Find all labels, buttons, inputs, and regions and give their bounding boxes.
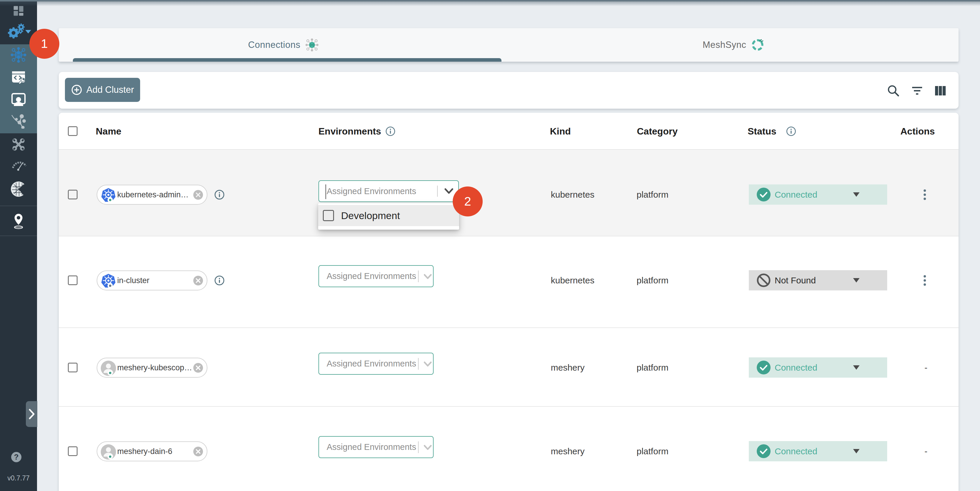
info-icon[interactable] [215, 275, 224, 286]
connection-status-dot [108, 370, 113, 376]
close-icon[interactable] [193, 447, 203, 456]
chevron-down-icon[interactable] [422, 361, 434, 368]
status-chip[interactable]: Connected [749, 358, 887, 378]
sidebar-expand-button[interactable] [26, 401, 37, 427]
connection-status-dot [108, 283, 113, 288]
tab-connections-label: Connections [248, 40, 301, 50]
sidebar: ? v0.7.77 [0, 0, 37, 491]
add-cluster-label: Add Cluster [86, 84, 134, 95]
row-checkbox[interactable] [68, 447, 78, 456]
sidebar-item-performance[interactable] [0, 158, 37, 173]
status-label: Not Found [775, 270, 816, 291]
screen-user-icon [10, 91, 27, 108]
sidebar-divider [0, 205, 37, 206]
environments-select[interactable]: Assigned Environments [318, 265, 434, 287]
row-actions-menu[interactable] [921, 189, 929, 200]
row-checkbox[interactable] [68, 363, 78, 372]
select-all-checkbox[interactable] [68, 126, 78, 136]
table-row: meshery-dain-6 Assigned Environments mes… [59, 407, 959, 491]
column-header-status[interactable]: Status [748, 113, 776, 150]
mesh-nodes-icon [10, 113, 27, 129]
kind-cell: kubernetes [551, 189, 594, 200]
status-info-icon[interactable] [786, 126, 796, 136]
environments-info-icon[interactable] [385, 126, 395, 136]
environments-select[interactable]: Assigned Environments [318, 180, 459, 202]
option-label: Development [341, 205, 400, 226]
connection-chip[interactable]: in-cluster [97, 270, 207, 291]
table-header: Name Environments Kind Category Status A… [59, 113, 959, 150]
status-chip[interactable]: Connected [749, 184, 887, 205]
dropdown-option-development[interactable]: Development [318, 205, 459, 226]
row-checkbox[interactable] [68, 190, 78, 199]
sidebar-item-service-mesh[interactable] [0, 113, 37, 129]
row-actions-none: - [921, 362, 931, 373]
environments-select[interactable]: Assigned Environments [318, 353, 434, 375]
table-row: meshery-kubescop… Assigned Environments … [59, 328, 959, 407]
column-header-name[interactable]: Name [96, 113, 121, 150]
sidebar-item-location[interactable] [0, 212, 37, 230]
row-checkbox[interactable] [68, 275, 78, 285]
gauge-icon [10, 158, 28, 173]
status-chip[interactable]: Not Found [749, 270, 887, 291]
sidebar-item-profiles[interactable] [0, 91, 37, 108]
not-found-icon [757, 273, 770, 287]
table-row: in-cluster Assigned Environments kuberne… [59, 237, 959, 328]
chevron-down-icon [25, 30, 31, 33]
category-cell: platform [636, 275, 668, 286]
status-chip[interactable]: Connected [749, 441, 887, 461]
kind-cell: meshery [551, 445, 585, 457]
close-icon[interactable] [193, 363, 203, 373]
status-caret-icon [853, 278, 859, 283]
sidebar-item-adapters[interactable] [0, 69, 37, 86]
help-button[interactable]: ? [11, 452, 21, 462]
connection-status-dot [108, 454, 113, 459]
environments-placeholder: Assigned Environments [327, 266, 416, 287]
kind-cell: meshery [551, 362, 585, 373]
row-actions-menu[interactable] [921, 275, 929, 286]
option-checkbox[interactable] [323, 210, 334, 221]
gears-icon [6, 23, 31, 40]
connection-name: meshery-kubescop… [117, 358, 191, 377]
row-actions-none: - [921, 445, 931, 457]
environments-select[interactable]: Assigned Environments [318, 436, 434, 458]
check-circle-icon [757, 444, 770, 458]
connection-status-dot [108, 197, 113, 203]
table-row: kubernetes-admin… Assigned Environments … [59, 150, 959, 237]
column-header-kind[interactable]: Kind [550, 113, 571, 150]
select-divider [418, 270, 418, 282]
toolbar: Add Cluster [59, 72, 959, 109]
select-divider [437, 186, 438, 197]
info-icon[interactable] [215, 190, 224, 200]
connection-chip[interactable]: meshery-dain-6 [97, 442, 207, 461]
connection-chip[interactable]: meshery-kubescop… [97, 358, 207, 378]
add-cluster-button[interactable]: Add Cluster [65, 78, 140, 102]
chevron-down-icon[interactable] [442, 188, 455, 195]
column-header-category[interactable]: Category [637, 113, 678, 150]
close-icon[interactable] [193, 276, 203, 286]
chevron-right-icon [28, 408, 35, 419]
connection-chip[interactable]: kubernetes-admin… [97, 185, 207, 205]
crossed-wrenches-icon [10, 136, 27, 153]
check-circle-icon [757, 361, 770, 374]
search-icon[interactable] [886, 84, 900, 97]
sidebar-item-extensions[interactable] [0, 180, 37, 198]
map-pin-icon [10, 212, 27, 230]
chevron-down-icon[interactable] [422, 444, 434, 452]
connections-table: Name Environments Kind Category Status A… [59, 113, 959, 491]
connection-name: kubernetes-admin… [117, 185, 191, 204]
plus-circle-icon [71, 84, 82, 95]
columns-icon[interactable] [934, 84, 947, 97]
tab-connections[interactable]: Connections [59, 28, 509, 62]
tab-meshsync[interactable]: MeshSync [509, 28, 959, 62]
filter-icon[interactable] [910, 84, 924, 97]
sidebar-item-configuration[interactable] [0, 136, 37, 153]
tab-bar: Connections MeshSync [59, 28, 959, 62]
connections-tab-icon [305, 38, 319, 52]
chevron-down-icon[interactable] [422, 273, 434, 281]
environments-placeholder: Assigned Environments [327, 181, 416, 202]
app-version: v0.7.77 [0, 474, 37, 482]
column-header-environments[interactable]: Environments [318, 113, 381, 150]
close-icon[interactable] [193, 190, 203, 200]
environments-dropdown-menu: Development [318, 203, 459, 230]
text-cursor [326, 184, 326, 199]
